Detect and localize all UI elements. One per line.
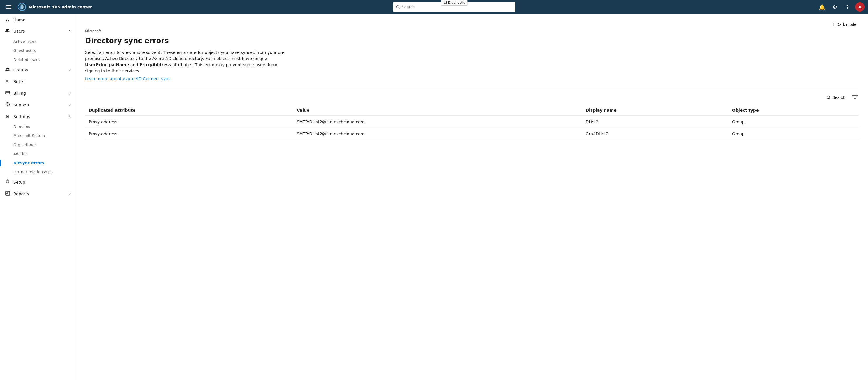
app-title: Microsoft 365 admin center: [29, 5, 92, 9]
table-row[interactable]: Proxy address SMTP:DList2@fkd.exchcloud.…: [85, 116, 859, 128]
breadcrumb: Microsoft: [85, 29, 859, 33]
col-duplicated-attribute: Duplicated attribute: [85, 105, 293, 116]
main-top-bar: ☽ Dark mode: [85, 21, 859, 28]
row1-duplicated-attribute: Proxy address: [85, 116, 293, 128]
sync-errors-table: Duplicated attribute Value Display name …: [85, 105, 859, 140]
sidebar-item-billing[interactable]: Billing ∨: [0, 87, 75, 99]
sidebar-item-guest-users[interactable]: Guest users: [13, 46, 75, 55]
hamburger-button[interactable]: [3, 2, 14, 12]
row2-value: SMTP:DList2@fkd.exchcloud.com: [293, 128, 582, 140]
svg-rect-14: [5, 91, 10, 94]
settings-submenu: Domains Microsoft Search Org settings Ad…: [0, 122, 75, 176]
sidebar-item-dirsync-errors[interactable]: DirSync errors: [13, 158, 75, 167]
svg-rect-11: [6, 80, 8, 83]
dark-mode-label: Dark mode: [837, 22, 856, 27]
sidebar-item-groups-label: Groups: [13, 68, 65, 72]
row1-object-type: Group: [728, 116, 859, 128]
svg-point-4: [397, 5, 399, 8]
sidebar-item-setup-label: Setup: [13, 180, 71, 184]
description-and: and: [129, 62, 140, 67]
sidebar-item-org-settings[interactable]: Org settings: [13, 140, 75, 149]
deleted-users-label: Deleted users: [13, 57, 40, 62]
filter-button[interactable]: [851, 93, 859, 101]
svg-point-10: [7, 68, 8, 69]
ui-diagnostic-badge: UI Diagnostic: [441, 0, 468, 5]
setup-icon: [5, 179, 10, 185]
roles-icon: [5, 79, 10, 85]
page-title: Directory sync errors: [85, 37, 859, 45]
app-logo: Microsoft 365 admin center: [18, 3, 92, 11]
col-value: Value: [293, 105, 582, 116]
sidebar-item-settings[interactable]: ⚙ Settings ∧: [0, 111, 75, 122]
billing-icon: [5, 90, 10, 96]
sidebar-item-reports-label: Reports: [13, 192, 65, 196]
support-chevron-icon: ∨: [68, 103, 71, 107]
table-row[interactable]: Proxy address SMTP:DList2@fkd.exchcloud.…: [85, 128, 859, 140]
sidebar-item-domains[interactable]: Domains: [13, 122, 75, 131]
dirsync-errors-label: DirSync errors: [13, 161, 44, 165]
sidebar-item-users[interactable]: Users ∧: [0, 25, 75, 37]
sidebar-item-home[interactable]: ⌂ Home: [0, 14, 75, 25]
sidebar-item-billing-label: Billing: [13, 91, 65, 96]
support-icon: [5, 102, 10, 108]
users-icon: [5, 28, 10, 34]
svg-rect-2: [6, 8, 11, 9]
row1-value: SMTP:DList2@fkd.exchcloud.com: [293, 116, 582, 128]
partner-relationships-label: Partner relationships: [13, 170, 53, 174]
row1-display-name: DList2: [582, 116, 728, 128]
microsoft-search-label: Microsoft Search: [13, 134, 45, 138]
table-toolbar: Search: [85, 93, 859, 101]
sidebar-item-home-label: Home: [13, 18, 71, 22]
home-icon: ⌂: [5, 17, 10, 23]
groups-icon: [5, 67, 10, 73]
sidebar: ⌂ Home Users ∧ Active users Guest users …: [0, 14, 76, 380]
guest-users-label: Guest users: [13, 49, 36, 53]
sidebar-item-deleted-users[interactable]: Deleted users: [13, 55, 75, 64]
svg-line-23: [829, 98, 830, 99]
row2-display-name: Grp4DList2: [582, 128, 728, 140]
description-bold-upn: UserPrincipalName: [85, 62, 129, 67]
reports-icon: [5, 191, 10, 197]
sidebar-item-setup[interactable]: Setup: [0, 176, 75, 188]
dark-mode-button[interactable]: ☽ Dark mode: [829, 21, 859, 28]
add-ins-label: Add-ins: [13, 152, 27, 156]
table-search-button[interactable]: Search: [824, 93, 847, 101]
settings-button[interactable]: ⚙: [830, 2, 840, 12]
search-icon: [396, 5, 400, 9]
table-header: Duplicated attribute Value Display name …: [85, 105, 859, 116]
active-users-label: Active users: [13, 39, 36, 44]
description-bold-proxy: ProxyAddress: [140, 62, 171, 67]
reports-chevron-icon: ∨: [68, 192, 71, 196]
svg-point-17: [7, 106, 8, 106]
svg-line-5: [399, 7, 399, 8]
users-chevron-icon: ∧: [68, 29, 71, 33]
svg-rect-1: [6, 7, 11, 7]
topnav-right: 🔔 ⚙ ? A: [817, 2, 865, 12]
sidebar-item-reports[interactable]: Reports ∨: [0, 188, 75, 200]
page-description: Select an error to view and resolve it. …: [85, 50, 289, 74]
learn-link[interactable]: Learn more about Azure AD Connect sync: [85, 77, 170, 81]
sidebar-item-groups[interactable]: Groups ∨: [0, 64, 75, 76]
user-avatar[interactable]: A: [855, 2, 865, 12]
row2-duplicated-attribute: Proxy address: [85, 128, 293, 140]
sidebar-item-users-label: Users: [13, 29, 65, 33]
org-settings-label: Org settings: [13, 143, 37, 147]
sidebar-item-active-users[interactable]: Active users: [13, 37, 75, 46]
topnav-search-box[interactable]: UI Diagnostic: [393, 2, 516, 12]
topnav: Microsoft 365 admin center UI Diagnostic…: [0, 0, 868, 14]
svg-point-22: [827, 96, 830, 98]
sidebar-item-add-ins[interactable]: Add-ins: [13, 149, 75, 158]
sidebar-item-partner-relationships[interactable]: Partner relationships: [13, 167, 75, 176]
notifications-button[interactable]: 🔔: [817, 2, 827, 12]
sidebar-item-microsoft-search[interactable]: Microsoft Search: [13, 131, 75, 140]
billing-chevron-icon: ∨: [68, 91, 71, 95]
table-search-icon: [827, 95, 831, 99]
body-wrap: ⌂ Home Users ∧ Active users Guest users …: [0, 14, 868, 380]
sidebar-item-support-label: Support: [13, 103, 65, 107]
sidebar-item-support[interactable]: Support ∨: [0, 99, 75, 111]
settings-chevron-icon: ∧: [68, 115, 71, 119]
sidebar-item-roles-label: Roles: [13, 79, 71, 84]
sidebar-item-roles[interactable]: Roles: [0, 76, 75, 87]
help-button[interactable]: ?: [842, 2, 853, 12]
users-submenu: Active users Guest users Deleted users: [0, 37, 75, 64]
